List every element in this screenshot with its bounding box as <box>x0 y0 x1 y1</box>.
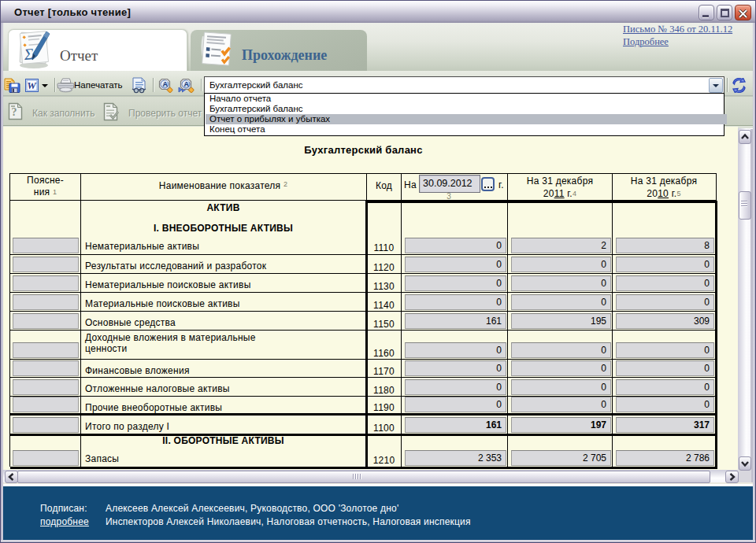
svg-text:W: W <box>27 79 37 91</box>
svg-text:A: A <box>183 80 189 88</box>
svg-text:Σ: Σ <box>23 45 35 63</box>
svg-text:A: A <box>162 80 168 88</box>
svg-text:?: ? <box>12 106 17 118</box>
